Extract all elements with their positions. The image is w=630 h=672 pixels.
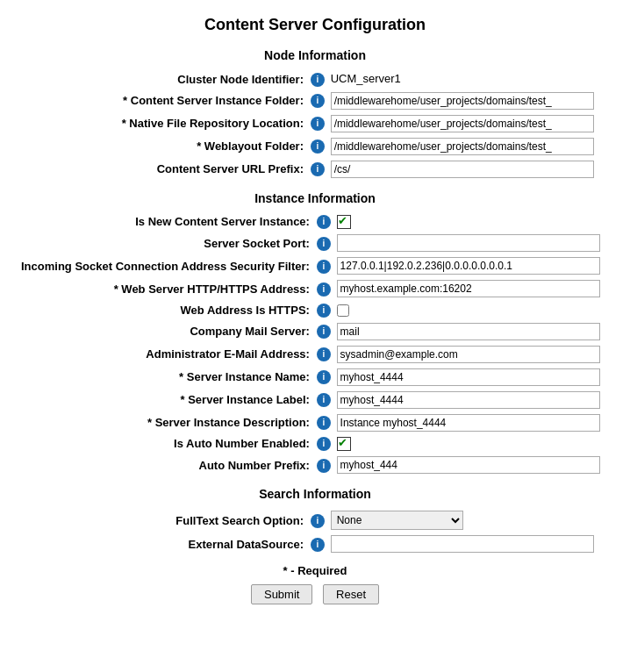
instance-folder-input[interactable]: [331, 92, 594, 110]
web-server-address-input[interactable]: [337, 280, 600, 297]
node-info-table: Cluster Node Identifier: i UCM_server1 *…: [18, 69, 612, 181]
weblayout-input[interactable]: [331, 138, 594, 155]
auto-number-prefix-label: Auto Number Prefix:: [18, 454, 313, 476]
table-row: Web Address Is HTTPS: i: [18, 300, 612, 320]
table-row: * Weblayout Folder: i: [18, 135, 612, 158]
table-row: Server Socket Port: i: [18, 232, 612, 254]
table-row: * Server Instance Label: i: [18, 389, 612, 411]
server-instance-label-label: * Server Instance Label:: [18, 389, 313, 411]
is-new-instance-label: Is New Content Server Instance:: [18, 212, 313, 232]
server-socket-port-input[interactable]: [337, 234, 600, 252]
server-instance-name-info-icon[interactable]: i: [317, 370, 331, 384]
url-prefix-info-icon[interactable]: i: [311, 162, 325, 176]
cluster-node-value: UCM_server1: [331, 72, 401, 85]
auto-number-prefix-field-cell: i: [313, 454, 612, 476]
weblayout-field-cell: i: [307, 135, 612, 158]
admin-email-label: Administrator E-Mail Address:: [18, 343, 313, 366]
table-row: * Native File Repository Location: i: [18, 112, 612, 135]
submit-button[interactable]: Submit: [251, 584, 312, 604]
native-file-repo-input[interactable]: [331, 115, 594, 132]
table-row: FullText Search Option: i None DATABASE.…: [18, 508, 612, 533]
instance-info-table: Is New Content Server Instance: i Server…: [18, 212, 612, 477]
external-datasource-field-cell: i: [307, 533, 612, 555]
external-datasource-input[interactable]: [331, 535, 594, 553]
server-instance-label-input[interactable]: [337, 391, 600, 409]
web-address-https-checkbox[interactable]: [337, 304, 349, 317]
table-row: * Server Instance Name: i: [18, 366, 612, 389]
instance-folder-label: * Content Server Instance Folder:: [18, 89, 307, 112]
company-mail-input[interactable]: [337, 323, 600, 340]
table-row: Is Auto Number Enabled: i: [18, 434, 612, 454]
admin-email-info-icon[interactable]: i: [317, 347, 331, 361]
company-mail-info-icon[interactable]: i: [317, 325, 331, 339]
fulltext-search-info-icon[interactable]: i: [311, 514, 325, 528]
is-new-instance-info-icon[interactable]: i: [317, 215, 331, 229]
admin-email-field-cell: i: [313, 343, 612, 366]
incoming-socket-info-icon[interactable]: i: [317, 260, 331, 274]
server-instance-name-input[interactable]: [337, 368, 600, 386]
table-row: Cluster Node Identifier: i UCM_server1: [18, 69, 612, 89]
table-row: Administrator E-Mail Address: i: [18, 343, 612, 366]
url-prefix-field-cell: i: [307, 158, 612, 181]
auto-number-enabled-info-icon[interactable]: i: [317, 437, 331, 451]
company-mail-field-cell: i: [313, 320, 612, 343]
weblayout-info-icon[interactable]: i: [311, 139, 325, 154]
company-mail-label: Company Mail Server:: [18, 320, 313, 343]
auto-number-enabled-field-cell: i: [313, 434, 612, 454]
incoming-socket-label: Incoming Socket Connection Address Secur…: [18, 254, 313, 277]
auto-number-prefix-input[interactable]: [337, 456, 600, 474]
fulltext-search-field-cell: i None DATABASE.FULLTEXT OracleTextSearc…: [307, 508, 612, 533]
server-instance-name-label: * Server Instance Name:: [18, 366, 313, 389]
cluster-node-label: Cluster Node Identifier:: [18, 69, 307, 89]
instance-folder-info-icon[interactable]: i: [311, 94, 325, 108]
web-address-https-info-icon[interactable]: i: [317, 304, 331, 318]
reset-button[interactable]: Reset: [323, 584, 379, 604]
table-row: * Web Server HTTP/HTTPS Address: i: [18, 277, 612, 300]
table-row: Incoming Socket Connection Address Secur…: [18, 254, 612, 277]
cluster-node-label-text: Cluster Node Identifier:: [177, 73, 304, 86]
web-server-address-label: * Web Server HTTP/HTTPS Address:: [18, 277, 313, 300]
incoming-socket-input[interactable]: [337, 257, 600, 275]
table-row: * Content Server Instance Folder: i: [18, 89, 612, 112]
table-row: Content Server URL Prefix: i: [18, 158, 612, 181]
incoming-socket-field-cell: i: [313, 254, 612, 277]
server-socket-port-info-icon[interactable]: i: [317, 237, 331, 251]
is-new-instance-checkbox[interactable]: [337, 215, 351, 229]
table-row: Is New Content Server Instance: i: [18, 212, 612, 232]
required-note: * - Required: [18, 564, 612, 577]
native-file-repo-label: * Native File Repository Location:: [18, 112, 307, 135]
server-instance-label-field-cell: i: [313, 389, 612, 411]
table-row: Company Mail Server: i: [18, 320, 612, 343]
cluster-node-info-icon[interactable]: i: [311, 73, 325, 87]
server-instance-label-info-icon[interactable]: i: [317, 393, 331, 407]
server-instance-desc-info-icon[interactable]: i: [317, 416, 331, 430]
instance-info-header: Instance Information: [18, 191, 612, 205]
auto-number-prefix-info-icon[interactable]: i: [317, 459, 331, 473]
web-server-address-info-icon[interactable]: i: [317, 282, 331, 297]
server-instance-desc-label: * Server Instance Description:: [18, 411, 313, 434]
server-socket-port-label: Server Socket Port:: [18, 232, 313, 254]
auto-number-enabled-checkbox[interactable]: [337, 437, 351, 451]
is-new-instance-field-cell: i: [313, 212, 612, 232]
weblayout-label: * Weblayout Folder:: [18, 135, 307, 158]
url-prefix-input[interactable]: [331, 161, 594, 178]
external-datasource-info-icon[interactable]: i: [311, 538, 325, 552]
table-row: * Server Instance Description: i: [18, 411, 612, 434]
url-prefix-label: Content Server URL Prefix:: [18, 158, 307, 181]
admin-email-input[interactable]: [337, 346, 600, 363]
page-title: Content Server Configuration: [18, 16, 612, 34]
instance-folder-field-cell: i: [307, 89, 612, 112]
auto-number-enabled-label: Is Auto Number Enabled:: [18, 434, 313, 454]
cluster-node-field-cell: i UCM_server1: [307, 69, 612, 89]
table-row: Auto Number Prefix: i: [18, 454, 612, 476]
search-info-header: Search Information: [18, 487, 612, 501]
native-file-repo-info-icon[interactable]: i: [311, 117, 325, 131]
native-file-repo-field-cell: i: [307, 112, 612, 135]
server-instance-desc-input[interactable]: [337, 414, 600, 432]
web-server-address-field-cell: i: [313, 277, 612, 300]
button-row: Submit Reset: [18, 584, 612, 604]
server-socket-port-field-cell: i: [313, 232, 612, 254]
server-instance-desc-field-cell: i: [313, 411, 612, 434]
external-datasource-label: External DataSource:: [18, 533, 307, 555]
fulltext-search-select[interactable]: None DATABASE.FULLTEXT OracleTextSearch: [331, 511, 463, 530]
